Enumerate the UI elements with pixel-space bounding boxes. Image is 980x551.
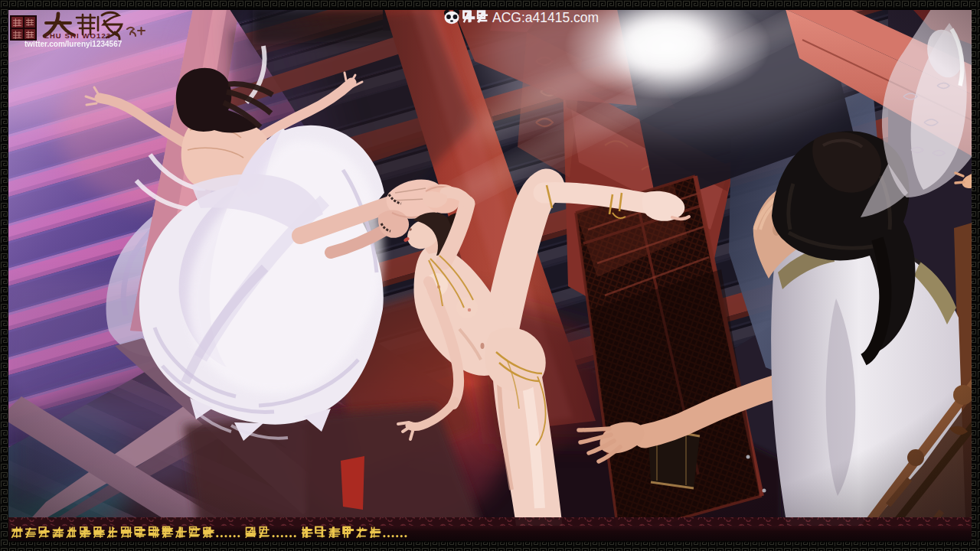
svg-text:ACG:a41415.com: ACG:a41415.com (492, 10, 599, 25)
svg-text:twitter.com/lurenyi1234567: twitter.com/lurenyi1234567 (24, 40, 122, 48)
svg-text:ZHU SHI WO123: ZHU SHI WO123 (44, 31, 111, 40)
